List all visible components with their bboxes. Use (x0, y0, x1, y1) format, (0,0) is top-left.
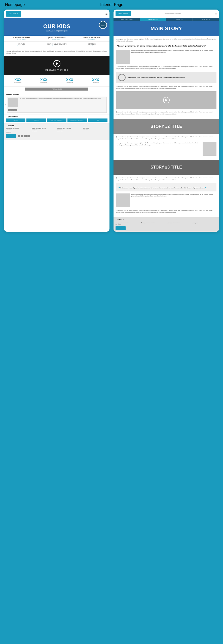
play-button[interactable] (53, 60, 60, 67)
interior-main-content: Lorem ipsum dolor sit amet, consectetur … (114, 36, 219, 119)
interior-hero-title: MAIN STORY (117, 26, 216, 31)
interior-label: Interior Page (100, 3, 123, 7)
story-carousel: ‹ Quis est nunc dignissim malesuada arcu… (4, 97, 109, 113)
footer-col-2: STATES OF OUR CHILDREN Lorem ipsum dolor… (57, 128, 82, 133)
interior-video[interactable] (116, 91, 216, 109)
interior-hamburger-icon[interactable]: ≡ (215, 12, 217, 16)
patient-stories-section: PATIENT STORIES ‹ Quis est nunc dignissi… (4, 93, 109, 114)
carousel-prev-arrow[interactable]: ‹ (5, 103, 6, 106)
hamburger-icon[interactable]: ≡ (105, 12, 107, 16)
view-all-stats-button[interactable]: VIEW ALL STATS (25, 88, 88, 91)
story3-blockquote-text: Quisque est nunc, dignissim malesuada ar… (119, 187, 206, 189)
story3-two-col: Lorem ipsum dolor sit amet, consectetur … (116, 193, 216, 207)
stat-item-1: XXX LOREM IPSUM (31, 77, 57, 84)
subnav-item-main-story[interactable]: MAIN STORY TITLE (140, 18, 166, 21)
interior-footer: FOOTER CLINICAL ADVANCEMENTS Lorem ipsum… (114, 217, 219, 232)
story-thumbnail (8, 98, 18, 107)
quick-links-title: QUICK LINKS (6, 116, 107, 117)
story-text: Quis est nunc dignissim malesuada arcu u… (19, 98, 101, 99)
story3-para-2: Quisque est nunc, dignissim malesuada ar… (116, 209, 216, 213)
nav-item-gratitude[interactable]: GRATITUDE Go to this Section + (74, 42, 109, 48)
stats-section: XXX LOREM IPSUM XXX LOREM IPSUM XXX LORE… (4, 75, 109, 87)
homepage-footer: FOOTER CLINICAL ADVANCEMENTS Lorem ipsum… (4, 124, 109, 140)
nav-item-teams[interactable]: OUR TEAMS Go to this Section + (4, 42, 39, 48)
story3-title: STORY #3 TITLE (117, 165, 216, 170)
int-footer-col-3: OUR TEAMS Lorem ipsum (192, 221, 217, 225)
quick-link-tbd[interactable]: TBD (88, 118, 107, 122)
main-blockquote: "Lorem ipsum dolor sit amet, consectetur… (116, 45, 216, 47)
homepage-label: Homepage (5, 3, 25, 7)
quick-links-grid: AWARDS DONORS BOARD OF DIRECTORS FRESNO … (6, 118, 107, 122)
subnav-item-clinical[interactable]: CLINICAL ADVANCEMENTS (114, 18, 140, 21)
footer-col-1: QUALITY & PATIENT SAFETY Lorem ipsum dol… (32, 128, 56, 133)
footer-social-icons (18, 135, 30, 137)
main-para-4: Quisque est nunc, dignissim malesuada ar… (116, 111, 216, 115)
annual-report-badge: 2024 Annual Report (99, 21, 107, 29)
video-section[interactable]: MESSAGE FROM CEO (4, 56, 109, 75)
story3-side-text: Lorem ipsum dolor sit amet, consectetur … (131, 193, 216, 207)
story2-para-1: Quisque est nunc, dignissim malesuada ar… (116, 136, 216, 140)
footer-logo (6, 134, 16, 138)
footer-logo-row (6, 134, 107, 138)
carousel-next-arrow[interactable]: › (108, 103, 108, 106)
int-footer-col-1: QUALITY & PATIENT SAFETY Lorem ipsum (141, 221, 166, 225)
main-para-1: Lorem ipsum dolor sit amet, consectetur … (116, 38, 216, 42)
story3-thumbnail (116, 193, 130, 207)
interior-footer-logo (116, 226, 126, 230)
highlight-text: Quisque est nunc, dignissim malesuada ar… (128, 76, 185, 78)
interior-play-button[interactable] (163, 97, 170, 103)
interior-footer-logo-row (116, 226, 217, 230)
interior-hero: MAIN STORY (114, 21, 219, 36)
nav-grid-row1: CLINICAL ADVANCEMENTS Go to this Section… (4, 36, 109, 42)
subnav-item-story2[interactable]: STORY #2 TITLE (166, 18, 193, 21)
quick-link-donors[interactable]: DONORS (26, 118, 46, 122)
highlight-box: Quisque est nunc, dignissim malesuada ar… (116, 72, 216, 83)
footer-label: FOOTER (6, 125, 107, 127)
view-story-button[interactable]: VIEW STORY (8, 109, 17, 111)
social-icon-1[interactable] (18, 135, 20, 137)
story2-title: STORY #2 TITLE (117, 124, 216, 129)
footer-col-3: OUR TEAMS Lorem ipsum (83, 128, 107, 133)
story3-blockquote: Quisque est nunc, dignissim malesuada ar… (116, 183, 216, 191)
int-footer-col-0: CLINICAL ADVANCEMENTS Lorem ipsum dolor … (116, 221, 140, 225)
footer-grid: CLINICAL ADVANCEMENTS Lorem ipsum dolor … (6, 128, 107, 133)
highlight-circle-icon (118, 74, 126, 81)
quick-links-section: QUICK LINKS AWARDS DONORS BOARD OF DIREC… (4, 114, 109, 124)
nav-item-states[interactable]: STATES OF OUR CHILDREN Go to this Sectio… (74, 36, 109, 42)
nav-grid-row2: OUR TEAMS Go to this Section + HEART OF … (4, 42, 109, 48)
quick-link-awards[interactable]: AWARDS (6, 118, 25, 122)
story3-content: Quisque est nunc, dignissim malesuada ar… (114, 175, 219, 217)
video-caption: MESSAGE FROM CEO (45, 69, 68, 71)
interior-footer-label: FOOTER (116, 219, 217, 220)
interior-phone: Valley Children's Floating Nav and Subna… (114, 10, 219, 232)
story-card: Quis est nunc dignissim malesuada arcu u… (7, 97, 106, 113)
side-thumbnail (116, 50, 130, 64)
story2-content: Quisque est nunc, dignissim malesuada ar… (114, 134, 219, 160)
homepage-phone: Valley Children's ≡ OUR KIDS 2024 Annual… (4, 10, 109, 232)
intro-text: Intro copy to Impact Report dolor sit am… (6, 50, 107, 54)
subnav-item-story3[interactable]: STORY #3 TITLE (193, 18, 219, 21)
story2-section-bg: STORY #2 TITLE (114, 119, 219, 134)
social-icon-3[interactable] (24, 135, 27, 137)
hero-section: OUR KIDS 2024 Annual Impact Report 2024 … (4, 18, 109, 36)
nav-item-heart[interactable]: HEART OF VALLEY CHILDREN'S Go to this Se… (39, 42, 75, 48)
patient-stories-title: PATIENT STORIES (4, 94, 109, 96)
subnav: CLINICAL ADVANCEMENTS MAIN STORY TITLE S… (114, 18, 219, 21)
social-icon-2[interactable] (21, 135, 23, 137)
intro-section: Intro copy to Impact Report dolor sit am… (4, 48, 109, 56)
two-col-block: Lorem ipsum dolor sit amet, consectetur … (116, 50, 216, 64)
nav-item-clinical[interactable]: CLINICAL ADVANCEMENTS Go to this Section… (4, 36, 39, 42)
quick-link-fresno[interactable]: FRESNO STATE PARTNERSHIP (67, 118, 87, 122)
quick-link-board[interactable]: BOARD OF DIRECTORS (47, 118, 66, 122)
footer-col-0: CLINICAL ADVANCEMENTS Lorem ipsum dolor … (6, 128, 31, 133)
homepage-logo: Valley Children's (6, 11, 21, 17)
stat-item-3: XXX LOREM IPSUM (83, 77, 108, 84)
int-footer-col-2: STATES OF OUR CHILDREN Lorem ipsum (167, 221, 192, 225)
story2-thumbnail (203, 142, 216, 156)
interior-footer-grid: CLINICAL ADVANCEMENTS Lorem ipsum dolor … (116, 221, 217, 225)
homepage-header: Valley Children's ≡ (4, 10, 109, 18)
nav-item-quality[interactable]: QUALITY & PATIENT SAFETY Go to this Sect… (39, 36, 75, 42)
story3-para-1: Quisque est nunc, dignissim malesuada ar… (116, 177, 216, 181)
side-text: Lorem ipsum dolor sit amet, consectetur … (131, 50, 216, 64)
social-icon-4[interactable] (27, 135, 30, 137)
